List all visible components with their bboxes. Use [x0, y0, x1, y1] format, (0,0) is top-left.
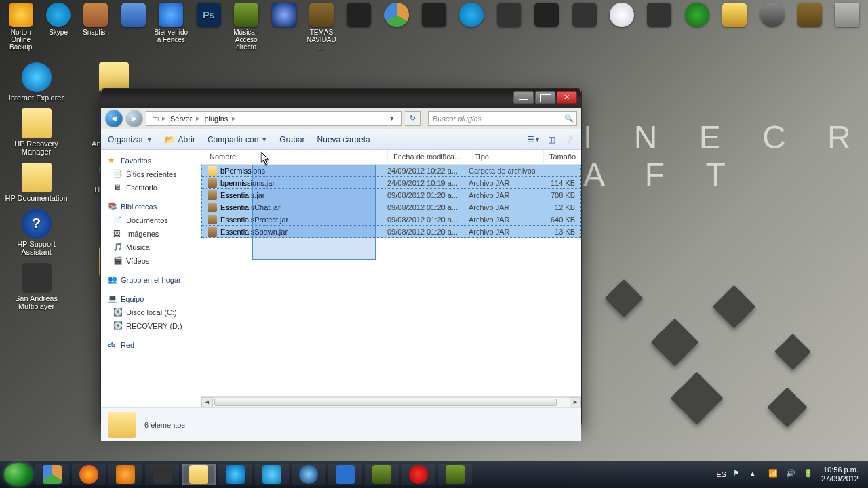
dock-item-cf[interactable]: [342, 3, 376, 28]
taskbar-app-chrome[interactable]: [35, 464, 69, 485]
sidebar-disco-c[interactable]: 💽Disco local (C:): [101, 306, 201, 319]
minimize-button[interactable]: [513, 92, 534, 104]
file-row[interactable]: EssentialsChat.jar09/08/2012 01:20 a...A…: [201, 201, 581, 214]
dock-item-chrome[interactable]: [380, 3, 413, 28]
dock-item-skype2[interactable]: [455, 3, 488, 28]
scroll-right-button[interactable]: ►: [570, 397, 581, 407]
dock-item-tools[interactable]: [793, 3, 826, 28]
sidebar-escritorio[interactable]: 🖥Escritorio: [101, 181, 201, 195]
language-indicator[interactable]: ES: [716, 470, 726, 479]
preview-pane-button[interactable]: ◫: [546, 134, 557, 145]
taskbar-app-safari[interactable]: [292, 464, 326, 485]
dock-item-gta[interactable]: [492, 3, 526, 28]
desktop-icon-hprecovery[interactable]: HP Recovery Manager: [4, 108, 68, 156]
horizontal-scrollbar[interactable]: ◄ ►: [201, 396, 581, 407]
taskbar-app-minecraft[interactable]: [365, 464, 399, 485]
start-button[interactable]: [4, 463, 33, 486]
back-button[interactable]: ◄: [105, 110, 123, 127]
desktop-icon-ie[interactable]: Internet Explorer: [4, 62, 68, 102]
dock-item-99[interactable]: Música - Acceso directo: [229, 3, 262, 51]
column-nombre[interactable]: Nombre: [204, 150, 388, 164]
sidebar-hogar[interactable]: 👥Grupo en el hogar: [101, 273, 201, 287]
dock-item-ps[interactable]: Ps: [192, 3, 225, 28]
dock-item-wmp[interactable]: Bienvenido a Fences: [155, 3, 188, 43]
volume-icon[interactable]: 🔊: [786, 469, 797, 480]
dock-item-norton[interactable]: Norton Online Backup: [4, 3, 37, 51]
sidebar-musica[interactable]: 🎵Música: [101, 241, 201, 254]
sidebar-favoritos[interactable]: ★Favoritos: [101, 154, 201, 167]
breadcrumb-bar[interactable]: 🗀 ▸ Server ▸ plugins ▸ ▾: [146, 111, 402, 126]
refresh-button[interactable]: ↻: [405, 111, 421, 126]
dock-item-navidad[interactable]: TEMAS NAVIDAD ...: [304, 3, 338, 51]
search-icon[interactable]: 🔍: [564, 114, 574, 123]
taskbar-app-opera[interactable]: [401, 464, 435, 485]
taskbar-app-explorer[interactable]: [182, 464, 216, 485]
battery-icon[interactable]: 🔋: [804, 469, 814, 480]
column-tamano[interactable]: Tamaño: [544, 150, 581, 164]
avatar-icon: [647, 3, 671, 27]
toolbar-nueva-carpeta[interactable]: Nueva carpeta: [317, 135, 370, 144]
taskbar-app-ie[interactable]: [218, 464, 252, 485]
action-center-icon[interactable]: ⚑: [733, 469, 744, 480]
dock-item-skype[interactable]: Skype: [41, 3, 75, 36]
breadcrumb-seg-plugins[interactable]: plugins: [201, 115, 231, 123]
desktop-icon-hpdoc[interactable]: HP Documentation: [4, 163, 68, 202]
taskbar-app-wmp[interactable]: [108, 464, 142, 485]
breadcrumb-dropdown[interactable]: ▾: [387, 114, 397, 123]
column-tipo[interactable]: Tipo: [469, 150, 544, 164]
sidebar-documentos[interactable]: 📄Documentos: [101, 214, 201, 227]
taskbar-app-hp[interactable]: [255, 464, 289, 485]
sidebar-sitios-recientes[interactable]: 📑Sitios recientes: [101, 167, 201, 181]
column-fecha[interactable]: Fecha de modifica...: [388, 150, 469, 164]
network-icon[interactable]: 📶: [768, 469, 779, 480]
search-input[interactable]: Buscar plugins 🔍: [428, 111, 577, 126]
scroll-thumb[interactable]: [214, 399, 557, 406]
sidebar-imagenes[interactable]: 🖼Imágenes: [101, 227, 201, 241]
sidebar-red[interactable]: 🖧Red: [101, 338, 201, 352]
maximize-button[interactable]: [535, 92, 555, 104]
dock-item-avatar[interactable]: [568, 3, 601, 28]
tray-expand-icon[interactable]: ▴: [751, 469, 762, 480]
dock-item-utorrent[interactable]: [680, 3, 713, 28]
taskbar-clock[interactable]: 10:56 p.m. 27/09/2012: [821, 466, 859, 483]
taskbar-app-check[interactable]: [328, 464, 362, 485]
toolbar-grabar[interactable]: Grabar: [279, 135, 304, 144]
wmp-icon: [159, 3, 183, 27]
file-rows[interactable]: bPermissions24/09/2012 10:22 a...Carpeta…: [201, 165, 581, 396]
breadcrumb-seg-server[interactable]: Server: [167, 115, 195, 123]
scroll-left-button[interactable]: ◄: [201, 397, 213, 407]
forward-button[interactable]: ►: [125, 110, 143, 127]
dock-item-gear[interactable]: [755, 3, 789, 28]
sidebar-equipo[interactable]: 💻Equipo: [101, 292, 201, 306]
scroll-track[interactable]: [213, 397, 570, 407]
taskbar-app-99[interactable]: [438, 464, 472, 485]
dock-item-disc[interactable]: [417, 3, 450, 28]
toolbar-abrir[interactable]: 📂Abrir: [165, 134, 195, 145]
dock-item-avatar2[interactable]: [643, 3, 676, 28]
view-options-button[interactable]: ☰ ▼: [528, 134, 539, 145]
dock-item-bolt[interactable]: [605, 3, 638, 28]
sidebar-recovery-d[interactable]: 💽RECOVERY (D:): [101, 319, 201, 333]
taskbar-app-gta[interactable]: [145, 464, 179, 485]
help-button[interactable]: ❔: [564, 134, 574, 145]
dock-item-shield[interactable]: [718, 3, 751, 28]
file-row[interactable]: EssentialsSpawn.jar09/08/2012 01:20 a...…: [201, 225, 581, 238]
sidebar-videos[interactable]: 🎬Vídeos: [101, 254, 201, 268]
file-row[interactable]: Essentials.jar09/08/2012 01:20 a...Archi…: [201, 188, 581, 201]
file-row[interactable]: bpermissions.jar24/09/2012 10:19 a...Arc…: [201, 176, 581, 189]
close-button[interactable]: [557, 92, 577, 104]
desktop-icon-hpsupport[interactable]: ?HP Support Assistant: [4, 209, 68, 256]
file-row[interactable]: EssentialsProtect.jar09/08/2012 01:20 a.…: [201, 213, 581, 226]
dock-item-word[interactable]: [117, 3, 150, 28]
file-row[interactable]: bPermissions24/09/2012 10:22 a...Carpeta…: [201, 165, 581, 177]
sidebar-bibliotecas[interactable]: 📚Bibliotecas: [101, 200, 201, 214]
window-titlebar[interactable]: [101, 89, 581, 108]
taskbar-app-firefox[interactable]: [72, 464, 106, 485]
toolbar-organizar[interactable]: Organizar ▼: [108, 135, 153, 144]
dock-item-snapfish[interactable]: Snapfish: [79, 3, 113, 36]
dock-item-itunes[interactable]: [267, 3, 300, 28]
desktop-icon-samp[interactable]: San Andreas Multiplayer: [4, 263, 68, 310]
dock-item-trash[interactable]: [831, 3, 864, 28]
dock-item-steam[interactable]: [530, 3, 564, 28]
toolbar-compartir[interactable]: Compartir con ▼: [208, 135, 267, 144]
